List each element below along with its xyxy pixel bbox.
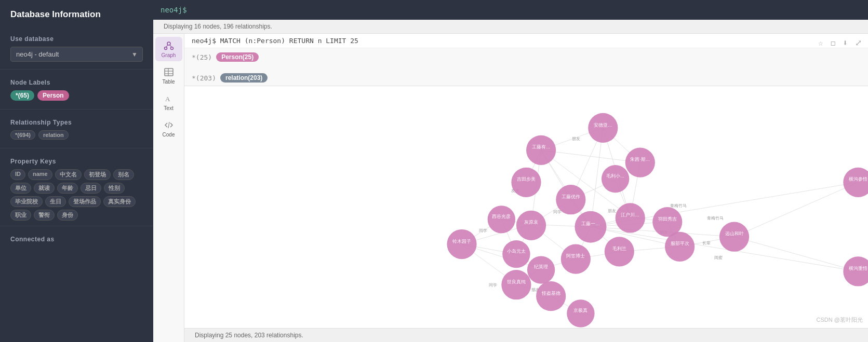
svg-text:毛利兰: 毛利兰 xyxy=(612,246,626,251)
svg-text:横沟参悟: 横沟参悟 xyxy=(849,176,867,182)
svg-text:怪盗基德: 怪盗基德 xyxy=(541,291,560,296)
top-status-bar: Displaying 16 nodes, 196 relationships. xyxy=(153,20,868,34)
node-tag-all[interactable]: *(65) xyxy=(10,90,34,101)
top-status-text: Displaying 16 nodes, 196 relationships. xyxy=(164,23,272,30)
svg-point-85 xyxy=(575,211,606,243)
svg-text:横沟重悟: 横沟重悟 xyxy=(849,266,867,271)
tool-panel: Graph Table A Text xyxy=(153,34,184,342)
svg-text:吉田步美: 吉田步美 xyxy=(517,176,536,182)
prop-gender[interactable]: 性别 xyxy=(104,183,125,194)
prop-age[interactable]: 年龄 xyxy=(57,183,78,194)
graph-tool-button[interactable]: Graph xyxy=(155,37,182,61)
svg-text:纪英理: 纪英理 xyxy=(534,264,548,269)
rel-tag-relation[interactable]: relation xyxy=(38,130,69,140)
node-labels-tags: *(65) Person xyxy=(10,90,143,101)
use-database-label: Use database xyxy=(10,35,143,43)
svg-point-105 xyxy=(501,270,531,299)
database-select[interactable]: neo4j - default xyxy=(10,47,143,62)
result-tabs: *(25) Person(25) *(203) relation(203) xyxy=(184,48,868,86)
svg-text:江户川…: 江户川… xyxy=(621,212,639,217)
result-tag-person[interactable]: Person(25) xyxy=(216,52,259,62)
table-tool-button[interactable]: Table xyxy=(155,63,182,88)
prop-rank[interactable]: 警衔 xyxy=(34,210,55,221)
svg-point-79 xyxy=(556,185,585,214)
save-icon[interactable]: ◻ xyxy=(831,38,836,48)
svg-text:远山和叶: 远山和叶 xyxy=(725,231,744,236)
graph-area: 朋友 友友 同学 朋友 朋友 同学 同学 朋友 青梅竹马 长辈 闺蜜 青梅竹马 xyxy=(184,86,868,328)
svg-point-69 xyxy=(588,113,618,143)
svg-text:同学: 同学 xyxy=(553,210,562,214)
svg-text:服部平次: 服部平次 xyxy=(671,241,689,246)
svg-text:铃木园子: 铃木园子 xyxy=(452,239,471,244)
bottom-status-bar: Displaying 25 nodes, 203 relationships. xyxy=(184,328,868,342)
query-line: neo4j$ MATCH (n:Person) RETURN n LIMIT 2… xyxy=(184,34,868,48)
text-tool-button[interactable]: A Text xyxy=(155,90,182,114)
svg-rect-5 xyxy=(165,69,173,76)
svg-text:朋友: 朋友 xyxy=(572,136,580,141)
result-row1-star: *(25) xyxy=(192,53,212,61)
code-tool-button[interactable]: Code xyxy=(155,116,182,141)
prop-real-id[interactable]: 真实身份 xyxy=(103,196,136,207)
prop-occupation[interactable]: 职业 xyxy=(10,210,31,221)
svg-point-77 xyxy=(511,168,541,197)
prop-identity[interactable]: 身份 xyxy=(57,210,78,221)
prop-unit[interactable]: 单位 xyxy=(10,183,31,194)
result-tab-row-1: *(25) Person(25) xyxy=(192,52,259,62)
prop-birthday[interactable]: 生日 xyxy=(45,196,66,207)
node-tag-person[interactable]: Person xyxy=(37,90,69,101)
text-tool-label: Text xyxy=(164,105,173,111)
svg-point-99 xyxy=(605,237,634,266)
text-icon: A xyxy=(163,93,175,104)
prop-study[interactable]: 就读 xyxy=(34,183,55,194)
prop-name[interactable]: name xyxy=(28,169,52,180)
result-tab-row-2: *(203) relation(203) xyxy=(192,73,268,83)
svg-text:朋友: 朋友 xyxy=(608,209,616,213)
svg-line-4 xyxy=(170,45,171,47)
use-database-section: Use database neo4j - default ▼ xyxy=(0,28,153,67)
svg-text:同学: 同学 xyxy=(489,283,497,288)
code-icon xyxy=(163,119,175,131)
prop-death[interactable]: 忌日 xyxy=(81,183,101,194)
svg-point-2 xyxy=(170,47,173,50)
property-keys-section: Property Keys ID name 中文名 初登场 别名 单位 就读 年… xyxy=(0,151,153,224)
svg-text:工藤优作: 工藤优作 xyxy=(562,194,580,199)
result-tag-relation[interactable]: relation(203) xyxy=(220,73,268,83)
svg-text:闺蜜: 闺蜜 xyxy=(714,255,723,260)
prop-first-appear[interactable]: 初登场 xyxy=(84,169,111,180)
svg-line-3 xyxy=(166,45,168,47)
svg-text:工藤一…: 工藤一… xyxy=(581,221,600,226)
star-icon[interactable]: ☆ xyxy=(818,38,823,48)
svg-text:西谷光彦: 西谷光彦 xyxy=(492,214,511,219)
expand-icon[interactable]: ⤢ xyxy=(855,38,862,48)
property-keys-grid: ID name 中文名 初登场 别名 单位 就读 年龄 忌日 性别 毕业院校 生… xyxy=(10,169,143,221)
download-icon[interactable]: ⬇ xyxy=(843,38,848,48)
svg-point-75 xyxy=(602,165,629,193)
relationship-types-section: Relationship Types *(694) relation xyxy=(0,112,153,146)
svg-text:京极真: 京极真 xyxy=(573,308,587,313)
svg-text:同学: 同学 xyxy=(479,228,487,233)
prop-id[interactable]: ID xyxy=(10,169,25,180)
svg-line-10 xyxy=(168,122,169,128)
svg-point-71 xyxy=(526,135,556,165)
relationship-types-label: Relationship Types xyxy=(10,119,143,126)
svg-point-101 xyxy=(665,232,695,262)
database-select-wrap[interactable]: neo4j - default ▼ xyxy=(10,47,143,62)
connected-as-label: Connected as xyxy=(10,236,143,243)
svg-point-87 xyxy=(616,203,645,232)
prop-chinese-name[interactable]: 中文名 xyxy=(55,169,82,180)
rel-tag-all[interactable]: *(694) xyxy=(10,130,35,140)
svg-text:羽田秀吉: 羽田秀吉 xyxy=(658,216,677,222)
svg-text:灰原哀: 灰原哀 xyxy=(524,220,538,225)
svg-line-12 xyxy=(541,150,640,162)
graph-svg: 朋友 友友 同学 朋友 朋友 同学 同学 朋友 青梅竹马 长辈 闺蜜 青梅竹马 xyxy=(184,86,868,328)
watermark: CSDN @茗叶阳光 xyxy=(817,316,863,324)
svg-text:长辈: 长辈 xyxy=(702,241,711,245)
svg-point-111 xyxy=(843,168,868,197)
prop-alias[interactable]: 别名 xyxy=(113,169,134,180)
prop-school[interactable]: 毕业院校 xyxy=(10,196,43,207)
node-labels-section: Node Labels *(65) Person xyxy=(0,72,153,107)
svg-text:A: A xyxy=(165,95,170,103)
svg-line-54 xyxy=(735,182,858,237)
prop-works[interactable]: 登场作品 xyxy=(69,196,101,207)
svg-text:青梅竹马: 青梅竹马 xyxy=(670,203,687,208)
